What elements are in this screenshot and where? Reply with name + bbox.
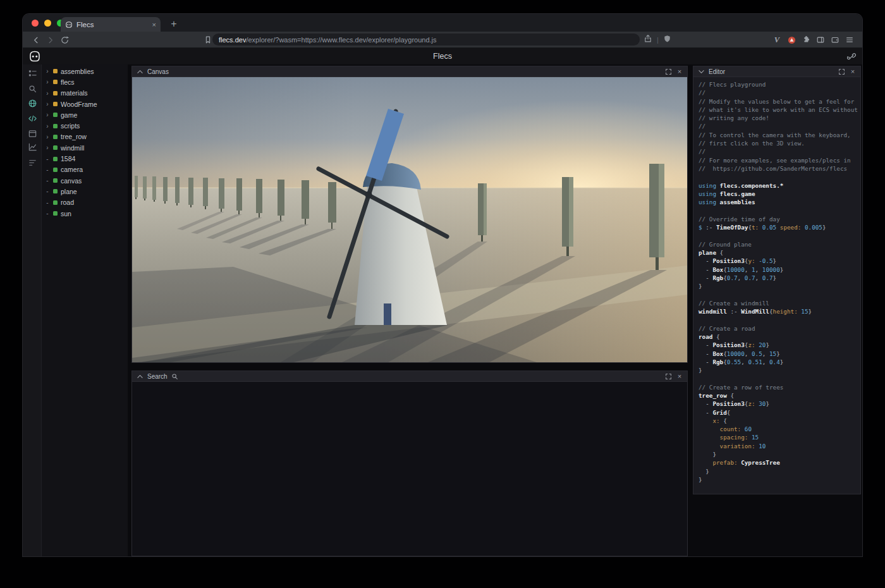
tree-item[interactable]: -camera — [42, 164, 128, 175]
expand-chevron-icon[interactable]: › — [45, 144, 50, 151]
search-tool-icon[interactable] — [25, 82, 39, 95]
entity-color-square — [53, 189, 58, 193]
tree-item[interactable]: -1584 — [42, 153, 128, 164]
entity-color-square — [53, 157, 58, 161]
editor-code[interactable]: // Flecs playground//// Modify the value… — [693, 77, 860, 494]
tree-item[interactable]: -plane — [42, 186, 128, 197]
expand-chevron-icon[interactable]: › — [45, 90, 50, 97]
vpn-icon[interactable]: V — [771, 34, 783, 46]
3d-scene — [132, 77, 687, 362]
reload-button[interactable] — [59, 34, 70, 46]
collapse-chevron-icon[interactable] — [136, 372, 143, 380]
search-panel-body[interactable] — [132, 382, 687, 556]
stats-icon[interactable] — [25, 156, 39, 169]
fullscreen-icon[interactable] — [838, 68, 845, 75]
entity-color-square — [53, 124, 58, 128]
canvas-3d-view[interactable] — [132, 77, 687, 362]
url-host: flecs.dev — [219, 36, 246, 44]
leaf-marker: - — [45, 188, 50, 195]
brave-shield-icon[interactable] — [663, 34, 671, 46]
close-panel-icon[interactable]: × — [849, 68, 857, 75]
tree-item[interactable]: -sun — [42, 208, 128, 219]
url-path: /explorer/?wasm=https://www.flecs.dev/ex… — [246, 36, 436, 44]
toolbar-right-icons: V — [771, 34, 856, 46]
left-icon-strip — [23, 64, 42, 556]
tree-item-label: tree_row — [61, 133, 87, 140]
tree-item[interactable]: ›tree_row — [42, 132, 128, 142]
tab-favicon-flecs-icon — [65, 21, 73, 28]
wallet-icon[interactable] — [829, 34, 841, 46]
screen: Flecs × + flecs.dev/explorer/?wasm=https… — [0, 0, 885, 588]
world-icon[interactable] — [25, 96, 39, 110]
close-panel-icon[interactable]: × — [676, 372, 683, 380]
search-icon — [171, 372, 179, 380]
tree-item[interactable]: -road — [42, 197, 128, 208]
search-panel-title: Search — [147, 373, 168, 380]
tree-item-label: materials — [61, 89, 88, 97]
traffic-lights — [32, 20, 64, 27]
chart-icon[interactable] — [25, 140, 39, 154]
tree-item-label: camera — [61, 166, 83, 173]
url-bar[interactable]: flecs.dev/explorer/?wasm=https://www.fle… — [212, 34, 640, 46]
leaf-marker: - — [45, 199, 50, 206]
tab-close-icon[interactable]: × — [152, 21, 156, 28]
tree-item[interactable]: ›assemblies — [42, 66, 128, 77]
entity-color-square — [53, 91, 58, 95]
rewards-icon[interactable] — [785, 34, 798, 46]
new-tab-button[interactable]: + — [167, 17, 181, 31]
tree-item-label: scripts — [61, 122, 80, 130]
expand-chevron-icon[interactable]: › — [45, 123, 50, 130]
tree-item-label: plane — [61, 188, 77, 195]
tree-item[interactable]: ›materials — [42, 88, 128, 99]
leaf-marker: - — [45, 210, 50, 217]
expand-chevron-icon[interactable]: › — [45, 101, 50, 107]
app-header: Flecs — [23, 48, 862, 64]
fullscreen-icon[interactable] — [664, 68, 672, 75]
entities-tree-icon[interactable] — [25, 66, 39, 80]
search-panel-header: Search × — [132, 371, 687, 382]
leaf-marker: - — [45, 156, 50, 162]
expand-chevron-icon[interactable]: › — [45, 111, 50, 118]
window-icon[interactable] — [25, 126, 39, 140]
share-link-icon[interactable] — [847, 52, 856, 61]
tree-item[interactable]: ›flecs — [42, 77, 128, 87]
extensions-icon[interactable] — [800, 34, 812, 46]
expand-chevron-icon[interactable]: › — [45, 78, 50, 85]
entity-color-square — [53, 168, 58, 172]
editor-panel: Editor × // Flecs playground//// Modify … — [693, 66, 861, 494]
tree-item[interactable]: -canvas — [42, 175, 128, 186]
close-panel-icon[interactable]: × — [676, 68, 683, 75]
toolbar-separator: | — [657, 36, 659, 44]
canvas-panel: Canvas × — [131, 66, 688, 363]
fullscreen-icon[interactable] — [664, 372, 672, 380]
entity-color-square — [53, 113, 58, 117]
close-window-button[interactable] — [32, 20, 39, 27]
page-title: Flecs — [23, 48, 862, 64]
tree-item-label: assemblies — [61, 68, 94, 75]
sidebar-icon[interactable] — [814, 34, 827, 46]
search-panel: Search × — [131, 371, 688, 556]
menu-icon[interactable] — [843, 34, 856, 46]
tree-item-label: WoodFrame — [61, 101, 97, 108]
share-icon[interactable] — [644, 34, 652, 46]
entity-color-square — [53, 135, 58, 139]
collapse-chevron-icon[interactable] — [697, 68, 705, 75]
tree-item[interactable]: ›game — [42, 109, 128, 120]
tree-item-label: road — [61, 199, 74, 206]
entity-color-square — [53, 178, 58, 183]
browser-toolbar: flecs.dev/explorer/?wasm=https://www.fle… — [23, 32, 862, 48]
tree-item-label: windmill — [61, 144, 84, 152]
tree-item[interactable]: ›windmill — [42, 142, 128, 153]
tree-item[interactable]: ›scripts — [42, 120, 128, 131]
forward-button[interactable] — [44, 34, 56, 46]
browser-tab[interactable]: Flecs × — [61, 17, 161, 32]
expand-chevron-icon[interactable]: › — [45, 133, 50, 140]
tree-item-label: flecs — [61, 78, 75, 86]
collapse-chevron-icon[interactable] — [136, 68, 143, 75]
back-button[interactable] — [30, 34, 42, 46]
tree-item[interactable]: ›WoodFrame — [42, 99, 128, 109]
leaf-marker: - — [45, 166, 50, 173]
minimize-window-button[interactable] — [44, 20, 51, 27]
code-icon[interactable] — [25, 111, 39, 125]
expand-chevron-icon[interactable]: › — [45, 68, 50, 75]
